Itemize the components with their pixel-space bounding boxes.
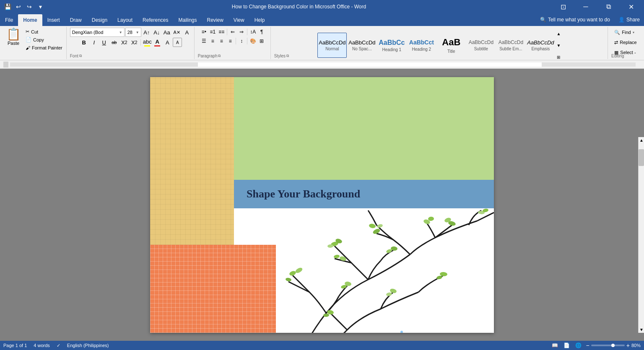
redo-quick-btn[interactable]: ↪ — [25, 3, 34, 11]
copy-button[interactable]: 📄 Copy — [24, 36, 64, 44]
bullets-btn[interactable]: ≡• — [200, 28, 208, 36]
style-heading1[interactable]: AaBbCc Heading 1 — [377, 33, 406, 58]
paste-button[interactable]: 📋 Paste — [4, 28, 23, 47]
styles-scroll-up[interactable]: ▲ — [556, 28, 561, 39]
title-bar-title: How to Change Background Color in Micros… — [44, 4, 553, 10]
tab-help[interactable]: Help — [249, 14, 270, 26]
strikethrough-button[interactable]: ab — [109, 38, 119, 47]
tab-file[interactable]: File — [0, 14, 18, 26]
highlight-icon: abc — [143, 39, 152, 45]
format-painter-button[interactable]: 🖌 Format Painter — [24, 44, 64, 52]
style-emphasis[interactable]: AaBbCcDd Emphasis — [526, 33, 555, 58]
highlight-color-btn[interactable]: abc — [143, 39, 152, 47]
customize-quick-btn[interactable]: ▾ — [36, 3, 44, 11]
show-formatting-btn[interactable]: ¶ — [257, 28, 266, 36]
style-heading2[interactable]: AaBbCct Heading 2 — [407, 33, 436, 58]
tab-design[interactable]: Design — [87, 14, 112, 26]
superscript-button[interactable]: X2 — [130, 38, 139, 47]
style-normal[interactable]: AaBbCcDd Normal — [317, 33, 347, 58]
style-subtitle-name: Subtitle — [474, 47, 488, 51]
cut-button[interactable]: ✂ Cut — [24, 28, 64, 36]
copy-label: Copy — [33, 37, 44, 42]
zoom-out-btn[interactable]: − — [586, 342, 589, 349]
tab-layout[interactable]: Layout — [112, 14, 138, 26]
styles-scroll-more[interactable]: ⊞ — [556, 51, 561, 63]
para-expand-icon[interactable]: ⧉ — [218, 54, 221, 58]
change-case-btn[interactable]: Aa — [162, 28, 171, 37]
zoom-thumb[interactable] — [611, 344, 615, 347]
ribbon-display-btn[interactable]: ⊡ — [553, 0, 573, 13]
styles-expand-icon[interactable]: ⧉ — [286, 54, 289, 58]
scroll-up-btn[interactable]: ▲ — [639, 137, 644, 143]
italic-button[interactable]: I — [89, 38, 99, 47]
style-no-spacing[interactable]: AaBbCcDd No Spac... — [347, 33, 377, 58]
tab-draw[interactable]: Draw — [65, 14, 87, 26]
style-title[interactable]: AaB Title — [436, 33, 466, 58]
clear-format-btn[interactable]: A✕ — [172, 28, 182, 37]
print-layout-btn[interactable]: 📄 — [563, 341, 571, 350]
vertical-scrollbar[interactable]: ▲ ▼ — [638, 137, 644, 333]
tree-branches — [288, 210, 494, 333]
style-subtle-emphasis[interactable]: AaBbCcDd Subtle Em... — [496, 33, 525, 58]
proofing-icon[interactable]: ✓ — [57, 343, 60, 348]
close-btn[interactable]: ✕ — [621, 0, 641, 13]
scroll-down-btn[interactable]: ▼ — [639, 327, 644, 333]
minimize-btn[interactable]: ─ — [576, 0, 595, 13]
shading-btn[interactable]: 🎨 — [249, 37, 257, 45]
align-center-btn[interactable]: ≡ — [208, 37, 217, 45]
font-color-btn[interactable]: A — [153, 38, 162, 47]
styles-gallery: AaBbCcDd Normal AaBbCcDd No Spac... AaBb… — [317, 28, 561, 63]
web-layout-btn[interactable]: 🌐 — [574, 341, 583, 350]
justify-btn[interactable]: ≡ — [226, 37, 234, 45]
tab-mailings[interactable]: Mailings — [173, 14, 202, 26]
multilevel-btn[interactable]: ≡≡ — [217, 28, 226, 36]
status-bar: Page 1 of 1 4 words ✓ English (Philippin… — [0, 341, 644, 350]
subscript-button[interactable]: X2 — [119, 38, 129, 47]
font-size-decrease-btn[interactable]: A↓ — [152, 28, 161, 37]
tab-insert[interactable]: Insert — [42, 14, 65, 26]
numbering-btn[interactable]: ≡1 — [208, 28, 217, 36]
tab-home[interactable]: Home — [18, 14, 42, 26]
para-sep-1 — [227, 29, 227, 35]
font-size-input[interactable]: 28 ▼ — [125, 28, 141, 37]
font-color-indicator[interactable]: A — [154, 39, 160, 47]
font-size-arrow: ▼ — [136, 31, 139, 34]
tab-references[interactable]: References — [138, 14, 173, 26]
title-bar-right: ⊡ ─ ⧉ ✕ — [553, 0, 641, 13]
tab-view[interactable]: View — [229, 14, 249, 26]
line-spacing-btn[interactable]: ↕ — [237, 37, 246, 45]
copy-icon: 📄 — [26, 37, 31, 42]
decrease-indent-btn[interactable]: ⇐ — [229, 28, 237, 36]
save-quick-btn[interactable]: 💾 — [3, 3, 12, 11]
style-subtitle[interactable]: AaBbCcDd Subtitle — [466, 33, 496, 58]
undo-quick-btn[interactable]: ↩ — [14, 3, 23, 11]
title-bar-left: 💾 ↩ ↪ ▾ — [3, 3, 44, 11]
align-right-btn[interactable]: ≡ — [217, 37, 226, 45]
character-shading-btn[interactable]: A — [163, 38, 172, 47]
tab-review[interactable]: Review — [202, 14, 229, 26]
text-highlight-btn[interactable]: abc — [143, 38, 152, 47]
bold-button[interactable]: B — [79, 38, 88, 47]
replace-label: Replace — [620, 40, 636, 45]
zoom-bar[interactable] — [591, 345, 625, 346]
tell-me-btn[interactable]: 🔍 Tell me what you want to do — [536, 13, 614, 26]
styles-scroll-down[interactable]: ▼ — [556, 39, 561, 51]
share-btn[interactable]: 👤 Share — [614, 13, 644, 26]
para-sep-4 — [247, 38, 247, 44]
font-name-dropdown[interactable]: DengXian (Bod ▼ — [70, 28, 125, 37]
replace-button[interactable]: ⇄ Replace — [613, 38, 638, 47]
scroll-thumb[interactable] — [639, 149, 644, 166]
sort-btn[interactable]: ↕A — [249, 28, 257, 36]
borders-btn[interactable]: ⊞ — [257, 37, 266, 45]
read-mode-btn[interactable]: 📖 — [551, 341, 559, 350]
zoom-in-btn[interactable]: + — [626, 342, 630, 349]
find-button[interactable]: 🔍 Find ▾ — [613, 28, 638, 37]
underline-button[interactable]: U — [99, 38, 109, 47]
character-border-btn[interactable]: A — [173, 38, 182, 47]
restore-btn[interactable]: ⧉ — [599, 0, 618, 13]
increase-indent-btn[interactable]: ⇒ — [237, 28, 246, 36]
align-left-btn[interactable]: ☰ — [200, 37, 208, 45]
text-effects-btn[interactable]: A — [182, 28, 192, 37]
font-expand-icon[interactable]: ⧉ — [79, 54, 82, 58]
font-size-increase-btn[interactable]: A↑ — [142, 28, 151, 37]
